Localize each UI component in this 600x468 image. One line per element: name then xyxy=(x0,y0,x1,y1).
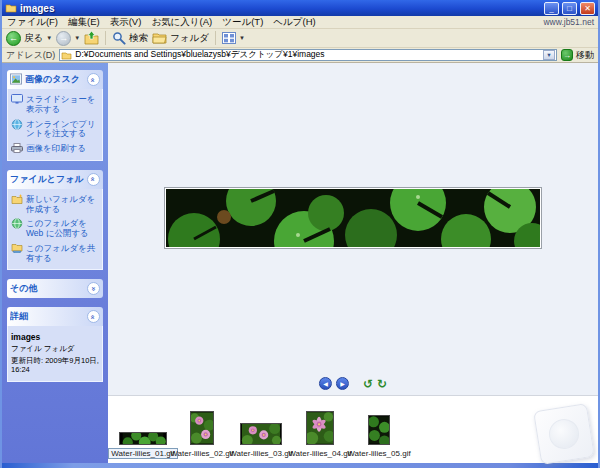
panel-file-folder-tasks: ファイルとフォルダのタスク » 新しいフォルダを作成する xyxy=(7,170,103,271)
toolbar: ← 戻る ▼ → ▼ 検索 フォルダ xyxy=(2,29,598,48)
go-button[interactable]: → 移動 xyxy=(561,49,594,62)
address-input[interactable]: D:¥Documents and Settings¥bluelazysb¥デスク… xyxy=(59,49,557,61)
details-folder-type: ファイル フォルダ xyxy=(11,344,99,353)
panel-title: その他 xyxy=(10,282,84,295)
back-dropdown-icon[interactable]: ▼ xyxy=(46,35,52,41)
chevron-up-icon[interactable]: » xyxy=(87,173,100,186)
next-image-button[interactable]: ▶ xyxy=(336,377,349,390)
forward-button[interactable]: → ▼ xyxy=(56,31,80,46)
details-folder-name: images xyxy=(11,332,99,342)
panel-details: 詳細 » images ファイル フォルダ 更新日時: 2009年9月10日, … xyxy=(7,307,103,381)
menu-favorites[interactable]: お気に入り(A) xyxy=(151,16,212,29)
file-item[interactable]: Water-lilies_01.gif xyxy=(114,432,172,459)
views-dropdown-icon[interactable]: ▼ xyxy=(239,35,245,41)
folders-icon xyxy=(152,32,167,44)
back-label: 戻る xyxy=(24,32,43,45)
go-icon: → xyxy=(561,49,573,61)
menu-file[interactable]: ファイル(F) xyxy=(7,16,58,29)
task-publish-web[interactable]: このフォルダを Web に公開する xyxy=(11,219,99,239)
panel-other-places-header[interactable]: その他 » xyxy=(7,279,103,298)
panel-picture-tasks: 画像のタスク » スライドショーを表示する xyxy=(7,70,103,161)
filmstrip-preview-zone: ◀ ▶ ↺ ↻ xyxy=(108,63,598,395)
slideshow-icon xyxy=(11,94,23,104)
chevron-up-icon[interactable]: » xyxy=(87,73,100,86)
file-item[interactable]: Water-lilies_02.gif xyxy=(173,411,231,459)
content-area: ◀ ▶ ↺ ↻ Water-lilies_01.gif xyxy=(108,63,598,463)
up-button[interactable] xyxy=(84,31,99,45)
minimize-button[interactable]: _ xyxy=(544,2,559,15)
toolbar-separator xyxy=(105,31,106,45)
thumbnail-water-lilies-05 xyxy=(368,415,390,445)
preview-image xyxy=(164,187,542,249)
thumbnail-water-lilies-01 xyxy=(119,432,167,445)
menu-edit[interactable]: 編集(E) xyxy=(68,16,100,29)
thumbnail-water-lilies-04 xyxy=(306,411,334,445)
menu-tools[interactable]: ツール(T) xyxy=(222,16,263,29)
panel-file-folder-tasks-body: 新しいフォルダを作成する このフォルダを Web に公開する xyxy=(7,189,103,271)
task-label: 画像を印刷する xyxy=(26,144,86,154)
task-new-folder[interactable]: 新しいフォルダを作成する xyxy=(11,195,99,215)
task-label: 新しいフォルダを作成する xyxy=(26,195,99,215)
new-folder-icon xyxy=(11,194,23,204)
filmstrip-thumbnails: Water-lilies_01.gif Water-lilies_02.gif xyxy=(108,395,598,463)
folders-button[interactable]: フォルダ xyxy=(152,32,209,45)
rotate-clockwise-button[interactable]: ↻ xyxy=(377,378,387,390)
file-item[interactable]: Water-lilies_04.gif xyxy=(291,411,349,459)
rotate-counterclockwise-button[interactable]: ↺ xyxy=(363,378,373,390)
panel-details-header[interactable]: 詳細 » xyxy=(7,307,103,326)
back-button[interactable]: ← 戻る ▼ xyxy=(6,31,52,46)
up-icon xyxy=(84,31,99,45)
file-item[interactable]: Water-lilies_03.gif xyxy=(232,423,290,459)
panel-title: 画像のタスク xyxy=(25,73,84,86)
address-label: アドレス(D) xyxy=(6,49,55,62)
explorer-window: images _ □ ✕ ファイル(F) 編集(E) 表示(V) お気に入り(A… xyxy=(0,0,600,468)
filmstrip-controls: ◀ ▶ ↺ ↻ xyxy=(319,377,387,390)
task-share-folder[interactable]: このフォルダを共有する xyxy=(11,244,99,264)
close-button[interactable]: ✕ xyxy=(580,2,595,15)
task-order-prints[interactable]: オンラインでプリントを注文する xyxy=(11,120,99,140)
forward-dropdown-icon[interactable]: ▼ xyxy=(74,35,80,41)
menu-help[interactable]: ヘルプ(H) xyxy=(273,16,315,29)
search-label: 検索 xyxy=(129,32,148,45)
folder-icon xyxy=(5,3,17,13)
print-icon xyxy=(11,143,23,153)
panel-title: 詳細 xyxy=(10,310,84,323)
search-button[interactable]: 検索 xyxy=(112,31,148,45)
chevron-down-icon[interactable]: » xyxy=(87,282,100,295)
picture-tasks-icon xyxy=(10,73,22,85)
address-path: D:¥Documents and Settings¥bluelazysb¥デスク… xyxy=(75,49,540,61)
watermark-logo-circle xyxy=(547,417,581,451)
search-icon xyxy=(112,31,126,45)
task-label: このフォルダを共有する xyxy=(26,244,99,264)
panel-picture-tasks-header[interactable]: 画像のタスク » xyxy=(7,70,103,89)
site-watermark: www.jb51.net xyxy=(543,17,594,27)
panel-file-folder-tasks-header[interactable]: ファイルとフォルダのタスク » xyxy=(7,170,103,189)
task-label: オンラインでプリントを注文する xyxy=(26,120,99,140)
forward-icon: → xyxy=(56,31,71,46)
previous-image-button[interactable]: ◀ xyxy=(319,377,332,390)
chevron-up-icon[interactable]: » xyxy=(87,310,100,323)
details-modified: 更新日時: 2009年9月10日, 16:24 xyxy=(11,356,99,375)
task-pane: 画像のタスク » スライドショーを表示する xyxy=(2,63,108,463)
file-name: Water-lilies_05.gif xyxy=(344,448,413,459)
task-view-slideshow[interactable]: スライドショーを表示する xyxy=(11,95,99,115)
task-label: このフォルダを Web に公開する xyxy=(26,219,99,239)
publish-web-icon xyxy=(11,218,23,229)
folders-label: フォルダ xyxy=(170,32,209,45)
toolbar-separator xyxy=(215,31,216,45)
address-dropdown-icon[interactable]: ▼ xyxy=(543,50,555,60)
thumbnail-water-lilies-03 xyxy=(240,423,282,445)
window-title: images xyxy=(20,3,541,14)
panel-picture-tasks-body: スライドショーを表示する オンラインでプリントを注文する xyxy=(7,89,103,161)
share-folder-icon xyxy=(11,243,23,253)
menu-view[interactable]: 表示(V) xyxy=(110,16,142,29)
title-bar: images _ □ ✕ xyxy=(2,0,598,16)
file-item[interactable]: Water-lilies_05.gif xyxy=(350,415,408,459)
maximize-button[interactable]: □ xyxy=(562,2,577,15)
views-button[interactable]: ▼ xyxy=(222,32,245,44)
views-icon xyxy=(222,32,236,44)
order-prints-icon xyxy=(11,119,23,130)
task-print-pictures[interactable]: 画像を印刷する xyxy=(11,144,99,154)
thumbnail-water-lilies-02 xyxy=(190,411,214,445)
panel-title: ファイルとフォルダのタスク xyxy=(10,173,84,186)
